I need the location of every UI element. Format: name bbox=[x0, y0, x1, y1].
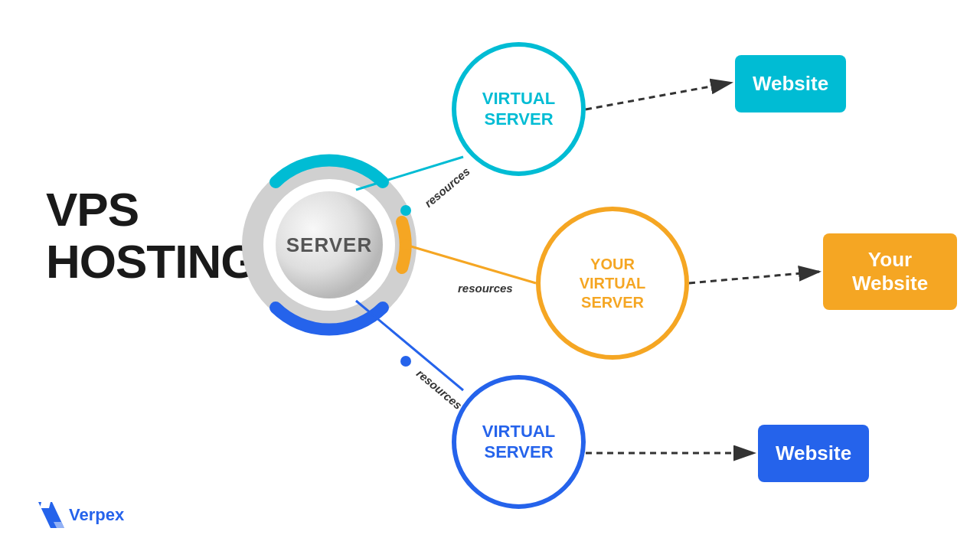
svg-line-12 bbox=[586, 83, 731, 109]
vps-hosting-title: VPS HOSTING bbox=[46, 184, 256, 288]
svg-point-7 bbox=[400, 205, 411, 216]
svg-point-9 bbox=[400, 240, 411, 250]
svg-marker-16 bbox=[40, 502, 51, 508]
verpex-brand-name: Verpex bbox=[69, 505, 124, 525]
website-box-mid: Your Website bbox=[823, 233, 957, 310]
resources-label-top: resources bbox=[422, 165, 472, 210]
virtual-server-bot: VIRTUAL SERVER bbox=[452, 375, 586, 509]
resources-label-mid: resources bbox=[458, 282, 513, 295]
virtual-server-mid: YOUR VIRTUAL SERVER bbox=[536, 207, 689, 360]
svg-point-11 bbox=[400, 356, 411, 367]
website-box-bot: Website bbox=[758, 425, 869, 482]
verpex-icon bbox=[38, 502, 64, 528]
server-label: SERVER bbox=[260, 176, 398, 314]
svg-line-10 bbox=[356, 301, 463, 390]
verpex-logo: Verpex bbox=[38, 502, 124, 528]
resources-label-bot: resources bbox=[414, 367, 465, 412]
website-box-top: Website bbox=[735, 55, 846, 112]
svg-line-13 bbox=[689, 272, 819, 283]
virtual-server-top: VIRTUAL SERVER bbox=[452, 42, 586, 176]
svg-line-8 bbox=[406, 245, 536, 283]
